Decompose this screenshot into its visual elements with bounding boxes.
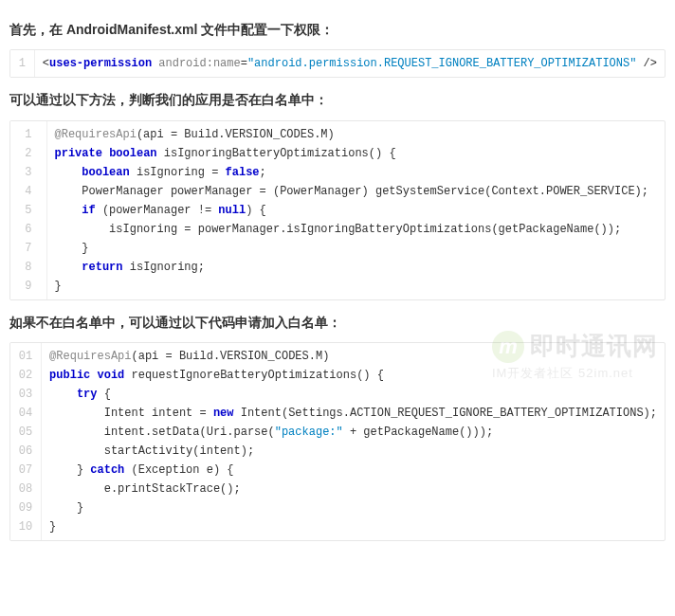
code-token bbox=[636, 57, 643, 70]
code-line: @RequiresApi(api = Build.VERSION_CODES.M… bbox=[55, 125, 658, 144]
code-line: boolean isIgnoring = false; bbox=[55, 163, 658, 182]
line-number: 01 bbox=[10, 347, 41, 366]
line-number: 8 bbox=[10, 258, 46, 277]
code-line: Intent intent = new Intent(Settings.ACTI… bbox=[49, 404, 657, 423]
code-token: (api = Build.VERSION_CODES.M) bbox=[137, 128, 335, 141]
code-token: if bbox=[82, 204, 95, 217]
code-line: PowerManager powerManager = (PowerManage… bbox=[55, 182, 658, 201]
line-number: 06 bbox=[10, 442, 41, 461]
code-token: null bbox=[218, 204, 246, 217]
code-token: = bbox=[241, 57, 247, 70]
code-content: <uses-permission android:name="android.p… bbox=[34, 50, 665, 77]
code-line: if (powerManager != null) { bbox=[55, 201, 658, 220]
code-token: boolean bbox=[82, 166, 129, 179]
code-line: } catch (Exception e) { bbox=[49, 461, 657, 480]
line-number-gutter: 01020304050607080910 bbox=[10, 343, 42, 540]
line-number: 3 bbox=[10, 163, 46, 182]
code-token: } bbox=[49, 463, 90, 477]
code-token bbox=[55, 204, 82, 217]
code-line: public void requestIgnoreBatteryOptimiza… bbox=[49, 366, 657, 385]
code-content: @RequiresApi(api = Build.VERSION_CODES.M… bbox=[42, 343, 665, 540]
line-number: 02 bbox=[10, 366, 41, 385]
code-token: isIgnoring = bbox=[130, 166, 226, 179]
code-token: { bbox=[98, 388, 111, 401]
heading-filename: AndroidManifest.xml bbox=[66, 22, 197, 37]
section-heading: 首先，在 AndroidManifest.xml 文件中配置一下权限： bbox=[9, 19, 666, 40]
code-token: (api = Build.VERSION_CODES.M) bbox=[132, 350, 330, 363]
code-block: 1<uses-permission android:name="android.… bbox=[9, 49, 666, 78]
code-line: } bbox=[49, 517, 657, 536]
code-token: catch bbox=[90, 463, 124, 477]
code-block: 123456789@RequiresApi(api = Build.VERSIO… bbox=[9, 120, 666, 300]
code-token: requestIgnoreBatteryOptimizations() { bbox=[124, 369, 384, 382]
line-number: 07 bbox=[10, 461, 41, 480]
code-token: return bbox=[82, 261, 122, 274]
code-token: } bbox=[49, 501, 83, 515]
code-token: @RequiresApi bbox=[49, 350, 131, 363]
code-token: false bbox=[226, 166, 260, 179]
code-token: android:name bbox=[158, 57, 240, 70]
code-token: uses-permission bbox=[49, 57, 152, 70]
code-token: } bbox=[49, 520, 56, 534]
code-token: (powerManager != bbox=[96, 204, 219, 217]
code-token: ) { bbox=[246, 204, 266, 217]
code-line: } bbox=[55, 277, 658, 296]
line-number: 5 bbox=[10, 201, 46, 220]
line-number: 2 bbox=[10, 144, 46, 163]
code-block: 01020304050607080910@RequiresApi(api = B… bbox=[9, 342, 666, 541]
code-token: (Exception e) { bbox=[124, 463, 233, 477]
code-token: } bbox=[55, 242, 89, 255]
line-number: 08 bbox=[10, 480, 41, 498]
code-token: boolean bbox=[109, 147, 156, 160]
code-token bbox=[55, 261, 82, 274]
code-token: "android.permission.REQUEST_IGNORE_BATTE… bbox=[247, 57, 636, 70]
code-token: @RequiresApi bbox=[55, 128, 137, 141]
code-content: @RequiresApi(api = Build.VERSION_CODES.M… bbox=[46, 121, 665, 299]
code-token: private bbox=[55, 147, 102, 160]
line-number: 04 bbox=[10, 404, 41, 423]
code-token: isIgnoringBatteryOptimizations() { bbox=[157, 147, 396, 160]
line-number-gutter: 123456789 bbox=[10, 121, 46, 299]
line-number: 1 bbox=[10, 125, 46, 144]
code-token: ; bbox=[260, 166, 266, 179]
line-number: 10 bbox=[10, 517, 41, 536]
code-token: } bbox=[55, 280, 62, 293]
code-token: intent.setData(Uri.parse( bbox=[49, 426, 275, 439]
code-token: < bbox=[43, 57, 49, 70]
line-number: 05 bbox=[10, 423, 41, 442]
code-token: Intent intent = bbox=[49, 407, 213, 420]
code-token: isIgnoring = powerManager.isIgnoringBatt… bbox=[55, 223, 622, 236]
code-token: + getPackageName())); bbox=[343, 426, 493, 439]
code-line: @RequiresApi(api = Build.VERSION_CODES.M… bbox=[49, 347, 657, 366]
line-number: 1 bbox=[10, 54, 34, 73]
heading-text-pre: 首先，在 bbox=[9, 22, 66, 37]
line-number: 09 bbox=[10, 498, 41, 517]
code-token: isIgnoring; bbox=[123, 261, 205, 274]
code-line: private boolean isIgnoringBatteryOptimiz… bbox=[55, 144, 658, 163]
code-token: PowerManager powerManager = (PowerManage… bbox=[55, 185, 649, 198]
heading-text-post: 文件中配置一下权限： bbox=[197, 22, 334, 37]
section-heading: 如果不在白名单中，可以通过以下代码申请加入白名单： bbox=[9, 312, 666, 333]
line-number: 7 bbox=[10, 239, 46, 258]
code-token bbox=[49, 388, 77, 401]
code-line: } bbox=[55, 239, 658, 258]
line-number: 6 bbox=[10, 220, 46, 239]
code-line: try { bbox=[49, 385, 657, 404]
code-token: /> bbox=[644, 57, 657, 70]
heading-text-pre: 如果不在白名单中，可以通过以下代码申请加入白名单： bbox=[9, 315, 341, 330]
code-token: new bbox=[213, 407, 234, 420]
line-number: 9 bbox=[10, 277, 46, 296]
code-line: <uses-permission android:name="android.p… bbox=[43, 54, 657, 73]
heading-text-pre: 可以通过以下方法，判断我们的应用是否在白名单中： bbox=[9, 92, 328, 107]
code-line: intent.setData(Uri.parse("package:" + ge… bbox=[49, 423, 657, 442]
code-token: e.printStackTrace(); bbox=[49, 482, 241, 496]
code-line: startActivity(intent); bbox=[49, 442, 657, 461]
code-line: return isIgnoring; bbox=[55, 258, 658, 277]
code-line: } bbox=[49, 498, 657, 517]
code-token: try bbox=[77, 388, 98, 401]
code-token: startActivity(intent); bbox=[49, 444, 254, 458]
code-token: void bbox=[98, 369, 125, 382]
code-line: isIgnoring = powerManager.isIgnoringBatt… bbox=[55, 220, 658, 239]
code-token: public bbox=[49, 369, 90, 382]
code-token bbox=[55, 166, 82, 179]
